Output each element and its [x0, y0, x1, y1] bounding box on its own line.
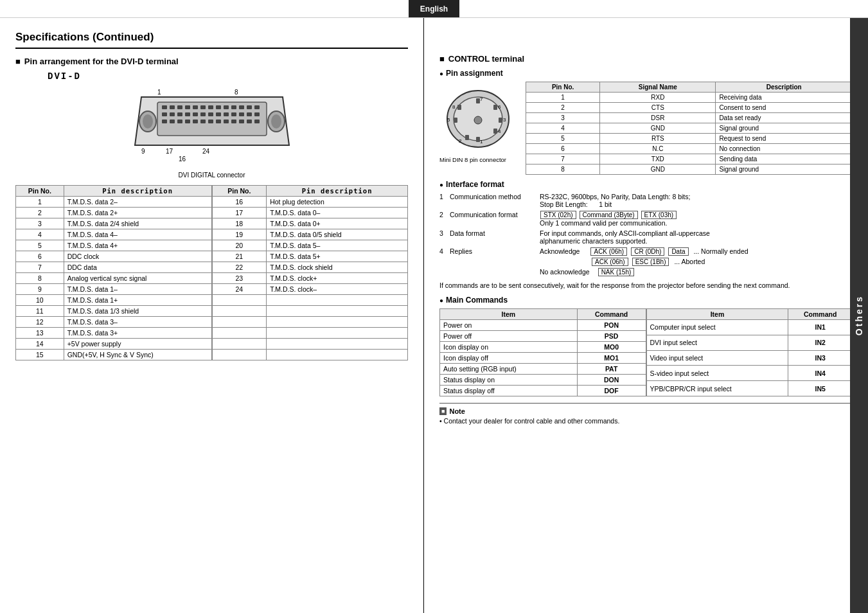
- cmd-right-cmd-hdr: Command: [788, 309, 853, 320]
- cmd-left-item-hdr: Item: [440, 309, 578, 320]
- if-content-4: Acknowledge ACK (06h) CR (0Dh) Data ... …: [540, 247, 853, 276]
- table-row: 19T.M.D.S. data 0/5 shield: [212, 229, 408, 240]
- commands-table-wrapper: Item Command Power onPONPower offPSDIcon…: [439, 308, 853, 396]
- table-row: Status display offDOF: [440, 386, 646, 396]
- ctrl-signal: RTS: [600, 134, 716, 144]
- table-row: 5RTSRequest to send: [526, 134, 853, 144]
- if-num-2: 2: [439, 211, 450, 218]
- svg-rect-33: [208, 120, 213, 123]
- svg-text:7: 7: [480, 96, 483, 102]
- pin-label-9: 9: [141, 148, 145, 155]
- table-row: [212, 295, 408, 306]
- table-row: 7TXDSending data: [526, 154, 853, 164]
- table-row: Video input selectIN3: [646, 350, 853, 366]
- pin-label-17: 17: [166, 148, 173, 155]
- svg-text:2: 2: [459, 138, 462, 144]
- ctrl-signal: CTS: [600, 103, 716, 113]
- english-tab[interactable]: English: [409, 0, 459, 17]
- pin-no: 2: [16, 208, 64, 218]
- cmd-item: S-video input select: [646, 366, 788, 381]
- svg-rect-39: [254, 120, 260, 123]
- svg-rect-30: [185, 120, 190, 123]
- ctrl-pin-no: 2: [526, 103, 600, 113]
- table-row: Icon display offMO1: [440, 353, 646, 364]
- pin-desc: T.M.D.S. data 3–: [64, 317, 211, 328]
- ctrl-pin-no: 6: [526, 144, 600, 154]
- cmd-item: Video input select: [646, 350, 788, 366]
- if-row-2: 2 Communication format STX (02h) Command…: [439, 211, 853, 227]
- svg-rect-1: [162, 105, 167, 109]
- table-row: Icon display onMO0: [440, 342, 646, 353]
- svg-rect-6: [200, 105, 206, 109]
- pin-no: 21: [212, 251, 267, 262]
- svg-rect-38: [247, 120, 252, 123]
- pin-desc: T.M.D.S. data 2+: [64, 208, 211, 218]
- pin-no: 19: [212, 229, 267, 240]
- right-column: CONTROL terminal Pin assignment 7: [424, 18, 868, 613]
- page-title: Specifications (Continued): [15, 31, 408, 49]
- table-row: 6N.CNo connection: [526, 144, 853, 154]
- svg-text:6: 6: [498, 104, 501, 110]
- table-row: 23T.M.D.S. clock+: [212, 273, 408, 284]
- if-header: Interface format: [439, 180, 853, 189]
- ctrl-signal: GND: [600, 164, 716, 175]
- ack-box2: ACK (06h): [592, 258, 628, 266]
- svg-point-43: [271, 114, 281, 129]
- no-ack-label: No acknowledge: [540, 268, 590, 276]
- svg-rect-22: [224, 112, 229, 116]
- svg-text:5: 5: [447, 117, 450, 123]
- ctrl-col-sig: Signal Name: [600, 82, 716, 93]
- pin-desc: T.M.D.S. data 5–: [267, 240, 408, 251]
- if-num-4: 4: [439, 247, 450, 255]
- aborted: ... Aborted: [672, 258, 705, 265]
- pin-desc: +5V power supply: [64, 339, 211, 350]
- if-row-1: 1 Communication method RS-232C, 9600bps,…: [439, 193, 853, 208]
- ctrl-signal: N.C: [600, 144, 716, 154]
- table-row: 20T.M.D.S. data 5–: [212, 240, 408, 251]
- others-tab-container: Others: [850, 18, 868, 613]
- svg-rect-36: [231, 120, 236, 123]
- pin-desc: T.M.D.S. data 1/3 shield: [64, 306, 211, 317]
- table-row: 1RXDReceiving data: [526, 93, 853, 103]
- ctrl-pin-no: 4: [526, 123, 600, 134]
- table-row: 8Analog vertical sync signal: [16, 273, 212, 284]
- note-section: ■ Note • Contact your dealer for control…: [439, 403, 853, 425]
- dvi-label: DVI-D: [48, 71, 408, 82]
- svg-rect-34: [216, 120, 221, 123]
- svg-rect-5: [193, 105, 198, 109]
- ack-label: Acknowledge: [540, 247, 580, 255]
- cmd-item: Status display off: [440, 386, 578, 396]
- table-row: 8GNDSignal ground: [526, 164, 853, 175]
- svg-rect-20: [208, 112, 213, 116]
- table-row: 7DDC data: [16, 262, 212, 273]
- pin-desc: T.M.D.S. data 2–: [64, 197, 211, 208]
- table-row: [212, 306, 408, 317]
- svg-rect-14: [162, 112, 167, 116]
- col-header-pino2: Pin No.: [212, 186, 267, 197]
- pin-no: 14: [16, 339, 64, 350]
- svg-rect-35: [224, 120, 229, 123]
- cmd-value: IN1: [788, 320, 853, 335]
- table-row: 12T.M.D.S. data 3–: [16, 317, 212, 328]
- pin-table-left: Pin No. Pin description 1T.M.D.S. data 2…: [15, 185, 212, 360]
- svg-text:4: 4: [498, 129, 501, 134]
- ctrl-desc: Data set ready: [716, 113, 853, 123]
- cmd-item: Power on: [440, 320, 578, 331]
- table-row: [212, 317, 408, 328]
- ctrl-signal: TXD: [600, 154, 716, 164]
- svg-rect-7: [208, 105, 213, 109]
- svg-rect-12: [247, 105, 252, 109]
- esc-box: ESC (1Bh): [632, 258, 669, 266]
- cmd-item: Status display on: [440, 375, 578, 386]
- svg-rect-9: [224, 105, 229, 109]
- ctrl-pin-no: 7: [526, 154, 600, 164]
- pin-no: 10: [16, 295, 64, 306]
- pin-desc: Hot plug detection: [267, 197, 408, 208]
- svg-text:8: 8: [452, 104, 456, 110]
- table-row: 2T.M.D.S. data 2+: [16, 208, 212, 218]
- svg-rect-31: [193, 120, 198, 123]
- ctrl-pin-no: 8: [526, 164, 600, 175]
- svg-rect-16: [177, 112, 182, 116]
- table-row: 11T.M.D.S. data 1/3 shield: [16, 306, 212, 317]
- cr-box: CR (0Dh): [631, 247, 664, 256]
